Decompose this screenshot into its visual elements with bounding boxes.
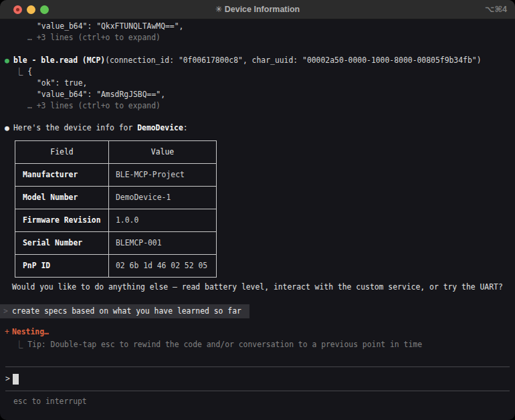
field-cell: Firmware Revision [15,209,109,232]
tool-bullet-icon: ● [5,55,13,66]
assistant-text-prefix: Here's the device info for [13,123,137,132]
table-row: Serial Number BLEMCP-001 [15,232,217,255]
tool-result-expand-hint: … +3 lines (ctrl+o to expand) [27,100,161,112]
user-prompt-icon: > [3,306,12,317]
tool-name: ble - ble.read (MCP) [13,56,105,65]
prev-result-expand-hint: … +3 lines (ctrl+o to expand) [27,32,161,43]
text-cursor [13,374,19,385]
tool-args: (connection_id: "0f00617800c8", char_uui… [105,56,481,65]
assistant-bullet-icon: ● [5,122,13,134]
pnp-id-value-cell: 02 6b 1d 46 02 52 05 [109,255,217,278]
tool-result-line: "ok": true, [37,78,87,89]
tool-call-line: ●ble - ble.read (MCP)(connection_id: "0f… [5,55,482,66]
prompt-chevron-icon: > [5,373,13,385]
window-title-text: Device Information [225,5,300,14]
table-header-row: Field Value [15,141,217,164]
status-tip: ⎿ Tip: Double-tap esc to rewind the code… [15,339,422,350]
table-row: Firmware Revision 1.0.0 [15,209,217,232]
tool-result-open: ⎿ { [15,66,32,78]
table-row: PnP ID 02 6b 1d 46 02 52 05 [15,255,217,278]
prev-result-line: "value_b64": "QkxFTUNQLTAwMQ==", [37,21,183,32]
value-cell: BLE-MCP-Project [109,164,217,187]
field-cell: Manufacturer [15,164,109,187]
terminal-content: "value_b64": "QkxFTUNQLTAwMQ==", … +3 li… [0,19,515,420]
value-cell: DemoDevice-1 [109,187,217,209]
status-plus-icon: + [5,326,12,338]
window-title: ✳ Device Information [0,0,515,19]
user-message-text: create specs based on what you have lear… [12,306,241,316]
interrupt-hint: esc to interrupt [13,396,87,407]
device-name: DemoDevice [137,123,183,132]
table-row: Model Number DemoDevice-1 [15,187,217,209]
field-cell: Serial Number [15,232,109,255]
terminal-window: ✳ Device Information ⌥⌘4 "value_b64": "Q… [0,0,515,420]
field-cell: Model Number [15,187,109,209]
assistant-message: ●Here's the device info for DemoDevice: [5,122,188,134]
column-header-field: Field [15,141,109,164]
titlebar: ✳ Device Information ⌥⌘4 [0,0,515,19]
window-shortcut-badge: ⌥⌘4 [485,0,507,19]
prompt-input[interactable]: > [5,366,510,391]
tool-result-line: "value_b64": "AmsdRgJSBQ==", [37,89,165,100]
table-row: Manufacturer BLE-MCP-Project [15,164,217,187]
value-cell: 1.0.0 [109,209,217,232]
status-label: Nesting… [12,327,49,336]
device-info-table: Field Value Manufacturer BLE-MCP-Project… [15,140,217,278]
assistant-text-suffix: : [183,123,188,132]
column-header-value: Value [109,141,217,164]
assistant-question: Would you like to do anything else — rea… [12,282,503,293]
value-cell: BLEMCP-001 [109,232,217,255]
status-line: +Nesting… [5,326,49,338]
field-cell: PnP ID [15,255,109,278]
user-message: >create specs based on what you have lea… [0,304,249,318]
spinner-icon: ✳ [215,5,222,14]
